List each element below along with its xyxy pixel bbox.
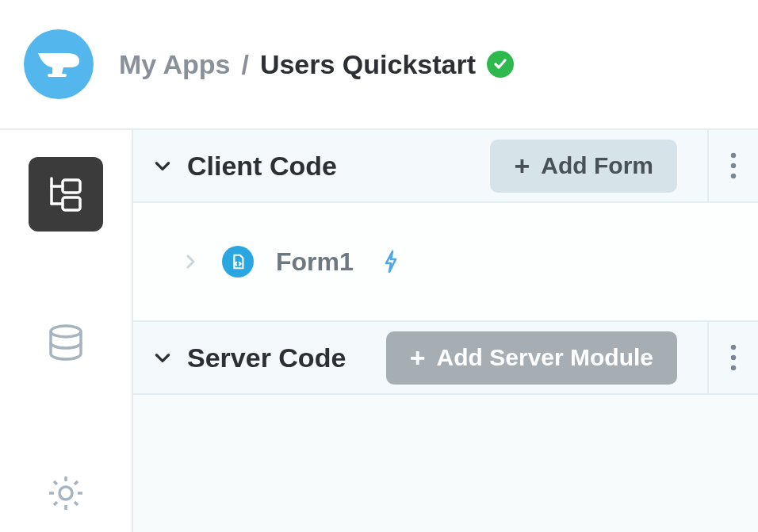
sidebar-item-app-browser[interactable] [29, 157, 103, 232]
svg-point-9 [731, 355, 736, 360]
add-form-button[interactable]: + Add Form [490, 140, 677, 193]
empty-area [133, 395, 758, 532]
kebab-icon [730, 152, 737, 179]
server-code-header: Server Code + Add Server Module [133, 322, 758, 395]
svg-point-7 [731, 174, 736, 178]
server-code-menu-button[interactable] [707, 321, 758, 394]
client-code-header: Client Code + Add Form [133, 130, 758, 203]
gear-icon [44, 472, 87, 518]
breadcrumb-current[interactable]: Users Quickstart [260, 49, 476, 80]
svg-rect-0 [48, 74, 67, 77]
form-file-icon [222, 246, 254, 277]
lightning-icon [381, 249, 401, 274]
app-browser-panel: Client Code + Add Form For [133, 130, 758, 532]
add-form-label: Add Form [541, 152, 653, 179]
anvil-logo[interactable] [24, 29, 94, 99]
main-layout: Client Code + Add Form For [0, 130, 758, 532]
svg-point-8 [731, 345, 736, 350]
breadcrumb: My Apps / Users Quickstart [119, 49, 514, 80]
chevron-down-icon[interactable] [152, 155, 173, 176]
add-server-module-label: Add Server Module [437, 344, 653, 371]
svg-point-10 [731, 366, 736, 370]
client-code-title: Client Code [187, 151, 337, 182]
anvil-icon [35, 50, 82, 78]
form-tree-item[interactable]: Form1 [133, 203, 758, 322]
svg-point-6 [731, 163, 736, 168]
server-code-title: Server Code [187, 343, 346, 373]
sidebar-item-settings[interactable] [29, 457, 103, 532]
breadcrumb-separator: / [241, 49, 248, 80]
plus-icon: + [410, 344, 426, 371]
breadcrumb-parent[interactable]: My Apps [119, 49, 230, 80]
svg-rect-2 [63, 197, 80, 210]
svg-point-4 [59, 487, 72, 499]
app-header: My Apps / Users Quickstart [0, 0, 758, 130]
database-icon [44, 322, 87, 368]
tree-icon [44, 170, 88, 218]
form-name-label: Form1 [276, 247, 354, 277]
status-ok-icon [487, 51, 514, 78]
plus-icon: + [514, 152, 530, 179]
client-code-menu-button[interactable] [707, 129, 758, 202]
add-server-module-button[interactable]: + Add Server Module [386, 331, 677, 385]
svg-point-5 [731, 153, 736, 158]
svg-rect-1 [63, 180, 80, 193]
chevron-down-icon[interactable] [152, 347, 173, 368]
sidebar [0, 130, 133, 532]
chevron-right-icon[interactable] [181, 252, 200, 271]
sidebar-item-database[interactable] [29, 308, 103, 382]
kebab-icon [730, 344, 737, 371]
svg-point-3 [51, 326, 81, 337]
